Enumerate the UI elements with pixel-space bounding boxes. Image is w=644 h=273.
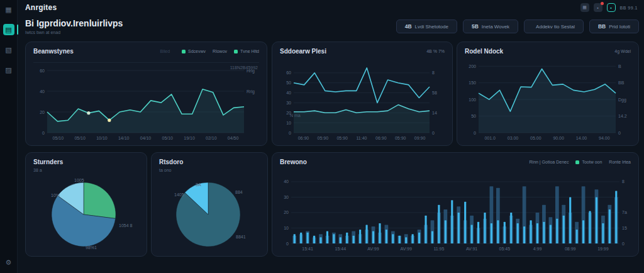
svg-text:20: 20 [40, 110, 45, 114]
svg-text:BB: BB [618, 81, 625, 85]
analytics-icon[interactable]: ▤ [3, 24, 14, 35]
notifications-icon[interactable]: ▪ [594, 3, 602, 12]
svg-text:06:90: 06:90 [375, 136, 387, 140]
svg-text:0: 0 [289, 131, 291, 135]
compare-card-title: Sddoearw Plesi [280, 48, 326, 55]
compare-chart-card: Sddoearw Plesi 4B % 7% N ma 608504058302… [272, 42, 453, 146]
pie-slice-label: 98%1 [86, 245, 97, 250]
svg-text:14/10: 14/10 [118, 136, 130, 140]
filter-button-row: 4B Lvdi Shetotode 5B Ineta Wovek Addekv … [396, 20, 639, 33]
svg-text:40: 40 [40, 89, 45, 94]
filter-button-2-prefix: 5B [472, 23, 479, 30]
svg-text:14.2: 14.2 [618, 114, 627, 118]
svg-text:100: 100 [469, 98, 476, 102]
filter-button-1[interactable]: 4B Lvdi Shetotode [396, 20, 457, 33]
legend-swatch [575, 160, 579, 164]
svg-text:94.00: 94.00 [599, 136, 610, 140]
svg-text:AV:91: AV:91 [466, 247, 477, 251]
svg-text:30: 30 [284, 195, 289, 199]
svg-text:B: B [618, 64, 621, 69]
svg-text:15: 15 [622, 226, 627, 230]
svg-text:05/10: 05/10 [162, 136, 174, 140]
compare-line-chart[interactable]: 608504058302014100006:9005:9005:9011:400… [279, 59, 445, 141]
trend-faint-label: Blled [160, 49, 170, 53]
svg-text:09:90: 09:90 [414, 136, 426, 140]
clock-text: BB 99.1 [620, 6, 638, 10]
trend-line-chart[interactable]: 60Hrlg40Rrlg20005/1005/1010/1014/1004/10… [32, 67, 259, 141]
pie2-card: Rtsdoro ta ono 8A14058848841 [151, 152, 268, 257]
bars-card-title: Brewono [280, 159, 307, 165]
svg-text:08:99: 08:99 [565, 247, 576, 251]
legend-item: Rinn | Gotioa Denec [530, 160, 569, 164]
svg-text:60: 60 [286, 70, 291, 75]
model-line-chart[interactable]: 200B150BB100Dgg5014.200001.003.0005.0090… [464, 59, 631, 141]
filter-button-3[interactable]: Addekv tio Sestal [524, 20, 584, 33]
svg-text:15:41: 15:41 [302, 247, 313, 251]
page-header: Bi Igprdiov.Irenluirlivps Iwtcs bwn at e… [25, 18, 123, 35]
svg-text:Dgg: Dgg [618, 98, 626, 103]
filter-button-4-label: Prid Iototi [609, 24, 630, 30]
reports-icon[interactable]: ▧ [3, 44, 14, 55]
svg-text:05:45: 05:45 [499, 247, 511, 251]
svg-text:60: 60 [40, 69, 45, 73]
pie-slice-label: 1005 [74, 178, 84, 182]
svg-text:14: 14 [432, 111, 437, 115]
svg-text:30: 30 [286, 101, 291, 105]
svg-text:58: 58 [432, 91, 437, 95]
svg-text:0: 0 [432, 131, 435, 135]
pie-slice-label: 10% [51, 193, 60, 198]
apps-icon[interactable]: ▦ [580, 3, 589, 12]
pie2-subtitle: ta ono [159, 168, 260, 172]
svg-text:14.00: 14.00 [576, 136, 587, 140]
svg-text:50: 50 [471, 114, 476, 118]
filter-button-4[interactable]: BB Prid Iototi [589, 20, 639, 33]
svg-text:19/10: 19/10 [184, 136, 195, 140]
svg-text:001.0: 001.0 [484, 136, 496, 140]
svg-text:Hrlg: Hrlg [247, 69, 255, 74]
pie2-chart[interactable] [175, 182, 241, 247]
filter-button-1-prefix: 4B [405, 23, 412, 30]
svg-text:7a: 7a [622, 210, 627, 214]
pie1-chart[interactable] [51, 182, 116, 247]
svg-text:10: 10 [286, 121, 291, 125]
svg-text:05/10: 05/10 [74, 136, 86, 140]
avatar[interactable]: ▪ [607, 3, 616, 12]
svg-text:0: 0 [42, 131, 45, 135]
grid-icon[interactable]: ▦ [3, 4, 14, 15]
svg-text:15:44: 15:44 [335, 247, 347, 251]
legend-item: Tvne Hltd [234, 49, 259, 53]
model-chart-card: Rodel Ndock 4g Wdel 200B150BB100Dgg5014.… [457, 42, 639, 146]
svg-text:0: 0 [474, 131, 476, 135]
model-card-title: Rodel Ndock [465, 48, 503, 55]
svg-text:AV:99: AV:99 [401, 247, 412, 251]
svg-text:Rrlg: Rrlg [247, 89, 255, 94]
svg-text:11:40: 11:40 [357, 136, 367, 140]
pie-slice-label: 1054 8 [119, 223, 132, 228]
pie-slice-label: 1405 [174, 192, 184, 197]
legend-item: Sdcevwv [182, 49, 206, 53]
svg-text:02/10: 02/10 [206, 136, 217, 140]
filter-button-3-label: Addekv tio Sestal [536, 24, 575, 30]
legend-swatch [234, 50, 238, 53]
trend-chart-card: Beanwstynes Blled SdcevwvRlowovTvne Hltd… [25, 42, 267, 146]
pie-slice-label: 8A [196, 182, 201, 187]
svg-text:20: 20 [284, 210, 289, 214]
page-subtitle: Iwtcs bwn at enad [25, 30, 123, 35]
svg-text:19:99: 19:99 [597, 247, 609, 251]
filter-button-1-label: Lvdi Shetotode [415, 24, 448, 30]
svg-text:20: 20 [286, 111, 291, 115]
svg-text:04/10: 04/10 [140, 136, 152, 140]
bars-chart[interactable]: 40830207a10150015:4115:44AV:99AV:9911:95… [279, 175, 631, 252]
svg-text:05/10: 05/10 [53, 136, 64, 140]
sidebar: ▦ ▤ ▧ ▨ ⚙ [0, 0, 18, 273]
svg-text:AV:99: AV:99 [367, 247, 379, 251]
layers-icon[interactable]: ▨ [3, 64, 14, 75]
app-title: Anrgites [25, 3, 57, 12]
compare-head-right: 4B % 7% [426, 49, 445, 53]
filter-button-2[interactable]: 5B Ineta Wovek [463, 20, 518, 33]
pie-slice-label: 884 [235, 190, 243, 194]
settings-icon[interactable]: ⚙ [3, 257, 14, 268]
svg-text:11:95: 11:95 [433, 247, 444, 251]
svg-text:0: 0 [622, 242, 625, 246]
pie1-title: Sturnders [33, 159, 139, 165]
